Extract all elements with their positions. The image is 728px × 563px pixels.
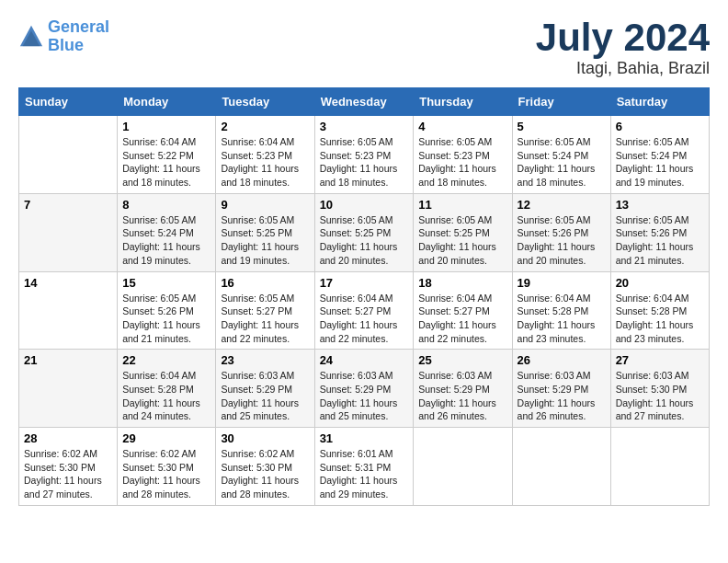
week-row-3: 1415Sunrise: 6:05 AMSunset: 5:26 PMDayli… [19, 271, 710, 350]
location-title: Itagi, Bahia, Brazil [536, 59, 710, 78]
day-number: 26 [518, 353, 606, 367]
calendar-cell: 9Sunrise: 6:05 AMSunset: 5:25 PMDaylight… [216, 193, 314, 271]
calendar-cell: 20Sunrise: 6:04 AMSunset: 5:28 PMDayligh… [610, 271, 709, 350]
header-wednesday: Wednesday [314, 88, 414, 116]
day-info: Sunrise: 6:04 AMSunset: 5:28 PMDaylight:… [518, 292, 606, 346]
page-header: General Blue July 2024 Itagi, Bahia, Bra… [18, 18, 710, 78]
calendar-header-row: SundayMondayTuesdayWednesdayThursdayFrid… [19, 88, 710, 116]
header-saturday: Saturday [610, 88, 709, 116]
day-info: Sunrise: 6:05 AMSunset: 5:27 PMDaylight:… [221, 292, 309, 346]
day-info: Sunrise: 6:05 AMSunset: 5:24 PMDaylight:… [518, 135, 606, 190]
day-number: 18 [418, 276, 506, 290]
day-number: 2 [221, 120, 309, 133]
header-monday: Monday [118, 88, 216, 116]
week-row-5: 28Sunrise: 6:02 AMSunset: 5:30 PMDayligh… [19, 428, 710, 506]
day-number: 3 [320, 120, 409, 133]
calendar-cell: 8Sunrise: 6:05 AMSunset: 5:24 PMDaylight… [118, 193, 216, 271]
day-info: Sunrise: 6:04 AMSunset: 5:28 PMDaylight:… [122, 369, 210, 423]
header-thursday: Thursday [414, 88, 512, 116]
calendar-cell: 2Sunrise: 6:04 AMSunset: 5:23 PMDaylight… [216, 116, 314, 194]
day-number: 1 [122, 120, 210, 133]
day-info: Sunrise: 6:05 AMSunset: 5:24 PMDaylight:… [122, 213, 210, 268]
day-info: Sunrise: 6:05 AMSunset: 5:25 PMDaylight:… [418, 213, 506, 268]
calendar-cell: 4Sunrise: 6:05 AMSunset: 5:23 PMDaylight… [414, 116, 512, 194]
calendar-cell: 7 [19, 193, 118, 271]
day-info: Sunrise: 6:02 AMSunset: 5:30 PMDaylight:… [221, 447, 309, 501]
calendar-cell: 16Sunrise: 6:05 AMSunset: 5:27 PMDayligh… [216, 271, 314, 350]
day-number: 19 [518, 276, 606, 290]
day-info: Sunrise: 6:05 AMSunset: 5:23 PMDaylight:… [320, 135, 409, 190]
calendar-cell: 6Sunrise: 6:05 AMSunset: 5:24 PMDaylight… [610, 116, 709, 194]
header-sunday: Sunday [19, 88, 118, 116]
header-friday: Friday [512, 88, 610, 116]
day-info: Sunrise: 6:05 AMSunset: 5:26 PMDaylight:… [122, 292, 210, 346]
day-info: Sunrise: 6:03 AMSunset: 5:29 PMDaylight:… [418, 369, 506, 423]
calendar-cell: 25Sunrise: 6:03 AMSunset: 5:29 PMDayligh… [414, 350, 512, 428]
day-info: Sunrise: 6:05 AMSunset: 5:26 PMDaylight:… [518, 213, 606, 268]
calendar-cell [512, 428, 610, 506]
calendar-cell: 5Sunrise: 6:05 AMSunset: 5:24 PMDaylight… [512, 116, 610, 194]
calendar-cell: 19Sunrise: 6:04 AMSunset: 5:28 PMDayligh… [512, 271, 610, 350]
calendar-cell: 12Sunrise: 6:05 AMSunset: 5:26 PMDayligh… [512, 193, 610, 271]
day-number: 13 [616, 198, 704, 212]
day-number: 4 [418, 120, 506, 133]
day-number: 21 [24, 353, 112, 367]
calendar-cell: 13Sunrise: 6:05 AMSunset: 5:26 PMDayligh… [610, 193, 709, 271]
calendar-cell: 22Sunrise: 6:04 AMSunset: 5:28 PMDayligh… [118, 350, 216, 428]
calendar-cell [414, 428, 512, 506]
day-number: 8 [122, 198, 210, 212]
calendar-cell [19, 116, 118, 194]
day-number: 27 [616, 353, 704, 367]
day-info: Sunrise: 6:04 AMSunset: 5:27 PMDaylight:… [418, 292, 506, 346]
day-info: Sunrise: 6:03 AMSunset: 5:29 PMDaylight:… [221, 369, 309, 423]
calendar-table: SundayMondayTuesdayWednesdayThursdayFrid… [18, 87, 710, 506]
header-tuesday: Tuesday [216, 88, 314, 116]
day-number: 23 [221, 353, 309, 367]
day-number: 15 [122, 276, 210, 290]
day-info: Sunrise: 6:05 AMSunset: 5:25 PMDaylight:… [221, 213, 309, 268]
month-title: July 2024 [536, 18, 710, 57]
day-info: Sunrise: 6:05 AMSunset: 5:25 PMDaylight:… [320, 213, 409, 268]
day-number: 31 [320, 431, 409, 445]
calendar-cell: 15Sunrise: 6:05 AMSunset: 5:26 PMDayligh… [118, 271, 216, 350]
calendar-cell: 14 [19, 271, 118, 350]
day-info: Sunrise: 6:03 AMSunset: 5:29 PMDaylight:… [320, 369, 409, 423]
calendar-cell: 28Sunrise: 6:02 AMSunset: 5:30 PMDayligh… [19, 428, 118, 506]
calendar-cell: 11Sunrise: 6:05 AMSunset: 5:25 PMDayligh… [414, 193, 512, 271]
day-number: 16 [221, 276, 309, 290]
calendar-cell: 21 [19, 350, 118, 428]
week-row-4: 2122Sunrise: 6:04 AMSunset: 5:28 PMDayli… [19, 350, 710, 428]
calendar-cell: 24Sunrise: 6:03 AMSunset: 5:29 PMDayligh… [314, 350, 414, 428]
day-number: 22 [122, 353, 210, 367]
day-info: Sunrise: 6:01 AMSunset: 5:31 PMDaylight:… [320, 447, 409, 501]
day-info: Sunrise: 6:03 AMSunset: 5:29 PMDaylight:… [518, 369, 606, 423]
title-area: July 2024 Itagi, Bahia, Brazil [536, 18, 710, 78]
day-info: Sunrise: 6:05 AMSunset: 5:23 PMDaylight:… [418, 135, 506, 190]
day-info: Sunrise: 6:03 AMSunset: 5:30 PMDaylight:… [616, 369, 704, 423]
calendar-cell [610, 428, 709, 506]
day-number: 20 [616, 276, 704, 290]
calendar-cell: 30Sunrise: 6:02 AMSunset: 5:30 PMDayligh… [216, 428, 314, 506]
day-number: 14 [24, 276, 112, 290]
day-info: Sunrise: 6:04 AMSunset: 5:27 PMDaylight:… [320, 292, 409, 346]
calendar-cell: 10Sunrise: 6:05 AMSunset: 5:25 PMDayligh… [314, 193, 414, 271]
logo-text: General Blue [48, 18, 109, 55]
day-info: Sunrise: 6:05 AMSunset: 5:24 PMDaylight:… [616, 135, 704, 190]
logo-icon [18, 24, 44, 50]
day-info: Sunrise: 6:04 AMSunset: 5:28 PMDaylight:… [616, 292, 704, 346]
day-number: 10 [320, 198, 409, 212]
day-number: 5 [518, 120, 606, 133]
day-number: 7 [24, 198, 112, 212]
calendar-cell: 29Sunrise: 6:02 AMSunset: 5:30 PMDayligh… [118, 428, 216, 506]
day-number: 17 [320, 276, 409, 290]
calendar-cell: 18Sunrise: 6:04 AMSunset: 5:27 PMDayligh… [414, 271, 512, 350]
day-info: Sunrise: 6:02 AMSunset: 5:30 PMDaylight:… [122, 447, 210, 501]
day-number: 30 [221, 431, 309, 445]
calendar-cell: 23Sunrise: 6:03 AMSunset: 5:29 PMDayligh… [216, 350, 314, 428]
day-number: 28 [24, 431, 112, 445]
calendar-cell: 27Sunrise: 6:03 AMSunset: 5:30 PMDayligh… [610, 350, 709, 428]
day-info: Sunrise: 6:04 AMSunset: 5:23 PMDaylight:… [221, 135, 309, 190]
calendar-cell: 1Sunrise: 6:04 AMSunset: 5:22 PMDaylight… [118, 116, 216, 194]
calendar-cell: 26Sunrise: 6:03 AMSunset: 5:29 PMDayligh… [512, 350, 610, 428]
day-info: Sunrise: 6:04 AMSunset: 5:22 PMDaylight:… [122, 135, 210, 190]
